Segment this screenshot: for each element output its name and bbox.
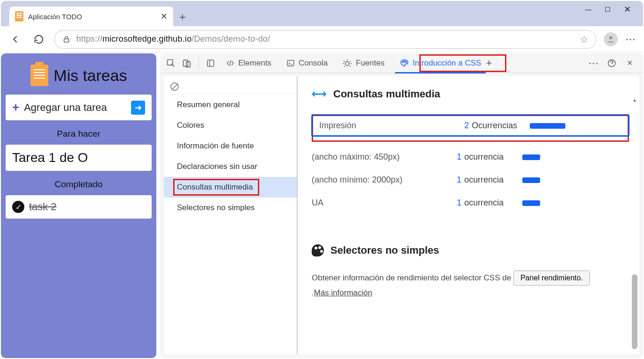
page-content: Mis tareas + Agregar una tarea ➔ Para ha… [1,53,643,358]
sidebar-item-font[interactable]: Información de fuente [164,136,297,156]
tab-label: Elements [238,59,271,68]
task-item[interactable]: Tarea 1 de O [6,145,152,171]
devtools-body: Resumen general Colores Información de f… [164,76,639,354]
svg-point-7 [345,61,349,65]
mq-bar [530,123,565,129]
media-query-row[interactable]: (ancho máximo: 450px) 1 ocurrencia [312,146,629,169]
css-overview-main: ⟷ Consultas multimedia Impresión 2 Ocurr… [298,76,639,354]
browser-menu-button[interactable]: ⋯ [625,33,637,45]
plus-icon: + [12,100,19,115]
app-header: Mis tareas [6,58,152,89]
devtools-close-button[interactable]: ✕ [622,56,637,70]
scrollbar[interactable]: ▴ [631,96,638,351]
mq-occurrence-label: ocurrencia [464,175,511,185]
task-text: Tarea 1 de O [12,150,88,165]
tab-css-overview[interactable]: Introducción a CSS [393,53,488,73]
device-toggle-icon[interactable] [180,56,194,70]
svg-point-1 [609,36,613,39]
back-button[interactable] [7,31,23,47]
page-favicon-icon [15,11,23,22]
devtools-tab-bar: Elements Consola Fuentes Introducción a … [160,53,643,73]
complex-selectors-heading: Selectores no simples [312,244,629,256]
code-icon [226,59,234,67]
svg-rect-6 [287,60,294,66]
css-overview-sidebar: Resumen general Colores Información de f… [164,76,298,354]
mq-occurrence-label: ocurrencia [464,198,511,208]
tab-label: Consola [299,59,328,68]
window-controls: — ☐ ✕ [585,0,644,19]
svg-point-10 [405,61,406,62]
mq-bar [522,200,540,206]
mq-bar [522,177,540,183]
media-query-row[interactable]: (ancho mínimo: 2000px) 1 ocurrencia [312,169,629,191]
mq-label: (ancho máximo: 450px) [312,152,452,162]
divider [198,57,199,69]
tab-label: Fuentes [356,59,384,68]
callout-box: Impresión 2 Ocurrencias [312,114,629,142]
media-query-row[interactable]: UA 1 ocurrencia [312,191,629,214]
mq-count: 1 [452,198,461,208]
sidebar-item-colors[interactable]: Colores [164,115,297,136]
devtools-more-button[interactable]: ⋯ [587,56,601,70]
profile-avatar[interactable] [604,32,618,46]
mq-label: Impresión [319,121,460,131]
sidebar-item-overview[interactable]: Resumen general [164,95,297,115]
refresh-button[interactable] [31,31,47,47]
sidebar-item-unused[interactable]: Declaraciones sin usar [164,156,297,177]
performance-panel-button[interactable]: Panel rendimiento. [513,271,590,286]
more-info-link[interactable]: Más información [314,288,373,297]
paint-icon [400,59,409,68]
tab-sources[interactable]: Fuentes [336,53,391,73]
completed-task-item[interactable]: ✓ task 2 [6,195,152,219]
sidebar-item-complex-selectors[interactable]: Selectores no simples [164,198,297,218]
scroll-up-icon[interactable]: ▴ [631,96,638,103]
sidebar-item-media-queries[interactable]: Consultas multimedia [164,177,297,198]
tab-elements[interactable]: Elements [220,53,278,73]
mq-bar [522,154,540,160]
browser-tab[interactable]: Aplicación TODO ✕ [9,7,173,26]
browser-tabstrip: Aplicación TODO ✕ ＋ [1,1,643,26]
url-text: https://microsoftedge.github.io/Demos/de… [76,34,270,44]
favorite-star-icon[interactable]: ☆ [580,34,588,45]
add-task-input[interactable]: + Agregar una tarea ➔ [6,95,152,120]
heading-text: Selectores no simples [330,244,439,256]
inspect-element-icon[interactable] [164,56,178,70]
bug-icon [343,59,352,68]
sidebar-item-label: Consultas multimedia [177,183,253,191]
media-queries-heading: ⟷ Consultas multimedia [312,88,629,100]
tab-console[interactable]: Consola [280,53,334,73]
mq-occurrence-label: Ocurrencias [472,121,519,131]
minimize-button[interactable]: — [585,6,592,13]
done-section-heading: Completado [6,179,152,190]
ban-icon [170,82,179,91]
maximize-button[interactable]: ☐ [605,6,611,13]
add-task-label: Agregar una tarea [24,102,107,114]
horizontal-arrows-icon: ⟷ [312,88,327,100]
mq-label: (ancho mínimo: 2000px) [312,175,452,185]
svg-rect-0 [64,39,69,42]
submit-task-button[interactable]: ➔ [131,101,145,115]
console-icon [286,59,295,67]
mq-count: 1 [452,152,461,162]
address-bar[interactable]: https://microsoftedge.github.io/Demos/de… [54,30,596,49]
svg-rect-3 [183,60,188,66]
media-query-row[interactable]: Impresión 2 Ocurrencias [311,115,629,137]
scroll-thumb[interactable] [632,274,637,349]
mq-count: 2 [460,121,469,131]
completed-task-text: task 2 [29,201,57,213]
devtools-panel: Elements Consola Fuentes Introducción a … [160,53,643,358]
todo-section-heading: Para hacer [6,129,152,139]
lock-icon [62,35,71,44]
browser-toolbar: https://microsoftedge.github.io/Demos/de… [1,26,643,52]
tab-close-button[interactable]: ✕ [161,11,168,22]
new-tab-button[interactable]: ＋ [173,7,192,26]
dock-side-icon[interactable] [204,56,218,70]
help-icon[interactable] [605,56,619,70]
svg-point-9 [404,60,405,61]
mq-count: 1 [452,175,461,185]
close-window-button[interactable]: ✕ [624,4,631,15]
svg-rect-5 [207,60,214,66]
sidebar-clear-button[interactable] [164,79,297,95]
complex-selectors-text: Obtener información de rendimiento del s… [312,271,629,301]
tab-label: Introducción a CSS [413,59,481,68]
